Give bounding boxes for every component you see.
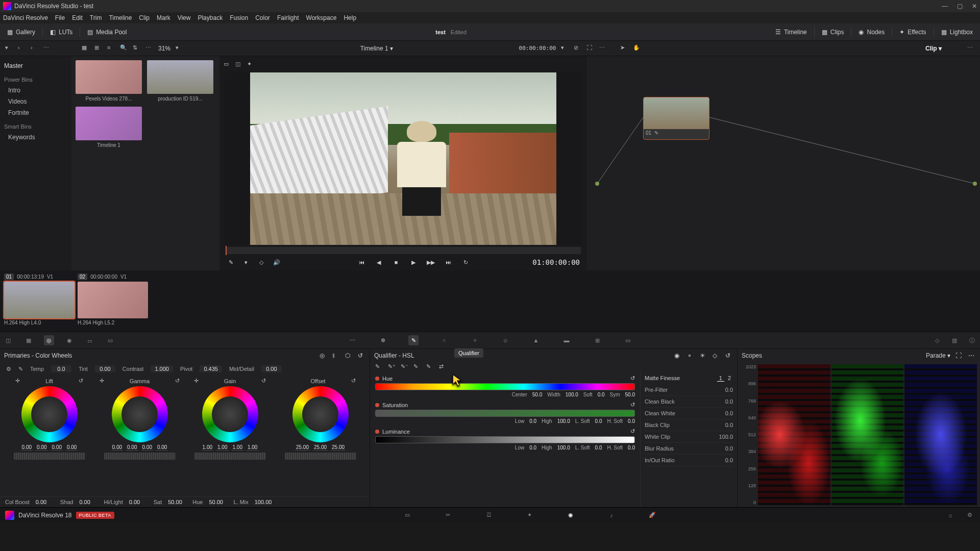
warper-icon[interactable]: ✽	[378, 335, 388, 345]
chevron-down-icon[interactable]: ▾	[561, 44, 569, 52]
reset-icon[interactable]: ↺	[725, 352, 733, 360]
settings-icon[interactable]: ⚙	[965, 510, 975, 520]
bin-item[interactable]: Keywords	[0, 132, 71, 143]
menu-item[interactable]: Timeline	[109, 14, 132, 21]
rgb-mixer-icon[interactable]: ⚏	[85, 335, 95, 345]
node-output[interactable]	[973, 182, 977, 186]
bypass-icon[interactable]: ⊘	[574, 44, 581, 52]
temp-value[interactable]: 0.0	[51, 365, 71, 372]
menu-item[interactable]: View	[178, 14, 191, 21]
contrast-value[interactable]: 1.000	[151, 365, 173, 372]
node-01[interactable]: 01 ✎	[643, 97, 709, 140]
bin-item[interactable]: Fortnite	[0, 107, 71, 118]
picker-icon[interactable]: ✎	[227, 259, 235, 266]
hue-value[interactable]: 50.00	[209, 499, 227, 505]
lift-wheel[interactable]: ✛Lift↺ 0.000.000.000.00	[11, 378, 88, 460]
motion-icon[interactable]: ▭	[105, 335, 115, 345]
info-icon[interactable]: ⓘ	[967, 335, 977, 345]
sat-value[interactable]: 50.00	[168, 499, 186, 505]
gallery-button[interactable]: ▦Gallery	[5, 28, 37, 37]
wand-icon[interactable]: ✦	[247, 61, 255, 68]
more-icon[interactable]: ⋯	[967, 44, 975, 52]
stop-button[interactable]: ■	[392, 259, 400, 265]
hsl-icon[interactable]: ◉	[674, 352, 682, 360]
rgb-icon[interactable]: ⚬	[687, 352, 695, 360]
audio-icon[interactable]: 🔊	[273, 259, 281, 266]
menu-item[interactable]: Clip	[139, 14, 150, 21]
clip-thumb[interactable]: 0100:00:13:19V1 H.264 High L4.0	[4, 273, 75, 329]
key-icon[interactable]: ▬	[561, 335, 572, 345]
pivot-value[interactable]: 0.435	[200, 365, 222, 372]
camera-raw-icon[interactable]: ◫	[3, 335, 13, 345]
gamma-wheel[interactable]: ✛Gamma↺ 0.000.000.000.00	[102, 378, 178, 460]
more-icon[interactable]: ⋯	[43, 44, 51, 52]
tint-value[interactable]: 0.00	[95, 365, 115, 372]
effects-button[interactable]: ✦Effects	[897, 28, 928, 37]
minimize-button[interactable]: —	[942, 3, 948, 10]
menu-item[interactable]: Edit	[72, 14, 83, 21]
fairlight-page-icon[interactable]: ♪	[606, 510, 617, 520]
picker-add-icon[interactable]: ✎⁺	[388, 363, 396, 371]
thumbnail[interactable]: Pexels Videos 278...	[76, 60, 142, 102]
nav-prev-icon[interactable]: ‹	[18, 44, 26, 52]
lightbox-button[interactable]: ▦Lightbox	[939, 28, 975, 37]
menu-item[interactable]: Workspace	[306, 14, 337, 21]
hand-icon[interactable]: ✋	[633, 44, 641, 52]
edit-page-icon[interactable]: ☲	[484, 510, 494, 520]
last-frame-button[interactable]: ⏭	[444, 259, 452, 265]
menu-item[interactable]: Fairlight	[277, 14, 299, 21]
first-frame-button[interactable]: ⏮	[357, 259, 365, 265]
scopes-mode[interactable]: Parade ▾	[926, 352, 950, 360]
bin-item[interactable]: Intro	[0, 85, 71, 96]
media-page-icon[interactable]: ▭	[402, 510, 412, 520]
luts-button[interactable]: ◧LUTs	[48, 28, 75, 37]
bin-master[interactable]: Master	[0, 60, 71, 71]
expand-icon[interactable]: ⛶	[955, 352, 963, 360]
hilight-value[interactable]: 0.00	[129, 499, 148, 505]
lmix-value[interactable]: 100.00	[255, 499, 273, 505]
parade-scope[interactable]	[758, 364, 977, 505]
view-tile-icon[interactable]: ▦	[82, 44, 89, 52]
nodes-button[interactable]: ◉Nodes	[856, 28, 887, 37]
thumbnail[interactable]: Timeline 1	[76, 107, 142, 148]
reset-icon[interactable]: ↺	[358, 352, 365, 360]
menu-item[interactable]: DaVinci Resolve	[3, 14, 48, 21]
lum-icon[interactable]: ☀	[700, 352, 707, 360]
bars-mode-icon[interactable]: ⦀	[332, 352, 340, 360]
dropdown-icon[interactable]: ▾	[5, 44, 13, 52]
transport-timecode[interactable]: 01:00:00:00	[532, 258, 580, 266]
menu-item[interactable]: Trim	[90, 14, 102, 21]
more-icon[interactable]: ⋯	[145, 44, 153, 52]
menu-item[interactable]: Mark	[157, 14, 170, 21]
tracker-icon[interactable]: ✧	[470, 335, 480, 345]
hdr-icon[interactable]: ◉	[64, 335, 75, 345]
view-icon[interactable]: ◇	[257, 259, 265, 266]
clips-button[interactable]: ▦Clips	[820, 28, 846, 37]
md-value[interactable]: 0.00	[261, 365, 282, 372]
highlight-icon[interactable]: ▭	[224, 61, 231, 68]
view-list-icon[interactable]: ≡	[107, 44, 115, 52]
more-icon[interactable]: ⋯	[968, 352, 976, 360]
viewer-canvas[interactable]	[225, 72, 582, 245]
menu-item[interactable]: File	[55, 14, 65, 21]
maximize-button[interactable]: ▢	[957, 3, 963, 10]
feather-sub-icon[interactable]: ✎	[426, 363, 434, 371]
invert-icon[interactable]: ⇄	[439, 363, 447, 371]
chevron-down-icon[interactable]: ▾	[176, 44, 183, 52]
window-icon[interactable]: ○	[439, 335, 449, 345]
node-graph[interactable]: 01 ✎	[587, 56, 980, 270]
view-grid-icon[interactable]: ⊞	[94, 44, 102, 52]
colboost-value[interactable]: 0.00	[36, 499, 54, 505]
3d-icon[interactable]: ◇	[713, 352, 720, 360]
bin-item[interactable]: Videos	[0, 96, 71, 107]
scrub-bar[interactable]	[226, 247, 581, 254]
keyframe-icon[interactable]: ◇	[932, 335, 942, 345]
hue-bar[interactable]	[375, 383, 635, 390]
color-page-icon[interactable]: ◉	[566, 510, 576, 520]
split-icon[interactable]: ◫	[235, 61, 243, 68]
sat-bar[interactable]	[375, 410, 635, 417]
node-input[interactable]	[595, 182, 599, 186]
picker-icon[interactable]: ✎	[375, 363, 383, 371]
play-button[interactable]: ▶	[409, 259, 418, 266]
curves-icon[interactable]: 〰	[347, 335, 357, 345]
